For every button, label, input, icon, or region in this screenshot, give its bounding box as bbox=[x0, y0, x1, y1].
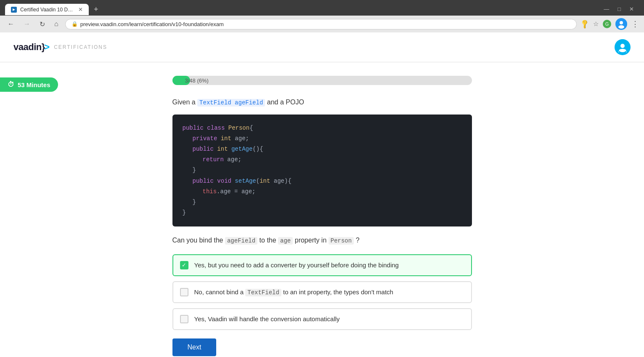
logo-gt-icon: > bbox=[44, 42, 50, 53]
main-content: 3/48 (6%) Given a TextField ageField and… bbox=[162, 62, 482, 357]
q-code2: age bbox=[278, 237, 293, 245]
answer-checkbox-1: ✓ bbox=[180, 261, 188, 269]
q-code1: ageField bbox=[225, 237, 257, 245]
question-text: Can you bind the ageField to the age pro… bbox=[172, 235, 472, 246]
forward-button[interactable]: → bbox=[21, 19, 33, 29]
progress-bar-container: 3/48 (6%) bbox=[172, 76, 472, 85]
intro-code1: TextField ageField bbox=[197, 99, 265, 107]
extensions-icon: G bbox=[603, 20, 611, 28]
answer-checkbox-2 bbox=[180, 288, 188, 296]
tab-title: Certified Vaadin 10 Developer E... bbox=[20, 7, 75, 13]
answer-option-1[interactable]: ✓ Yes, but you need to add a converter b… bbox=[172, 254, 472, 276]
reload-button[interactable]: ↻ bbox=[37, 19, 48, 29]
q-middle: to the bbox=[257, 237, 278, 244]
a2-suffix: to an int property, the types don't matc… bbox=[281, 288, 393, 296]
q-suffix2: ? bbox=[354, 237, 359, 244]
user-avatar[interactable] bbox=[615, 39, 631, 55]
window-close-button[interactable]: ✕ bbox=[629, 6, 634, 12]
key-icon: 🔑 bbox=[579, 19, 590, 29]
avatar-icon bbox=[617, 41, 628, 53]
timer-icon: ⏱ bbox=[8, 81, 14, 88]
logo-certifications-label: CERTIFICATIONS bbox=[54, 44, 107, 50]
bookmark-icon[interactable]: ☆ bbox=[593, 20, 599, 28]
svg-point-3 bbox=[620, 44, 625, 48]
answer-checkbox-3 bbox=[180, 315, 188, 323]
answer-option-2[interactable]: No, cannot bind a TextField to an int pr… bbox=[172, 281, 472, 303]
answer-label-3: Yes, Vaadin will handle the conversion a… bbox=[194, 315, 340, 322]
question-intro: Given a TextField ageField and a POJO bbox=[172, 97, 472, 108]
lock-icon: 🔒 bbox=[72, 21, 78, 27]
url-text: preview.vaadin.com/learn/certification/v… bbox=[80, 21, 224, 27]
progress-text: 3/48 (6%) bbox=[185, 77, 209, 84]
svg-marker-0 bbox=[13, 8, 15, 11]
tab-favicon bbox=[11, 7, 17, 13]
address-bar[interactable]: 🔒 preview.vaadin.com/learn/certification… bbox=[65, 19, 577, 29]
timer-badge: ⏱ 53 Minutes bbox=[0, 77, 58, 92]
window-minimize-button[interactable]: — bbox=[604, 6, 609, 12]
intro-suffix: and a POJO bbox=[265, 99, 304, 106]
window-restore-button[interactable]: □ bbox=[617, 6, 621, 12]
progress-dot bbox=[175, 77, 181, 83]
tab-close-button[interactable]: ✕ bbox=[78, 6, 83, 13]
page: vaadin } > CERTIFICATIONS ⏱ 53 Minutes 3… bbox=[0, 32, 644, 357]
logo-vaadin-text: vaadin bbox=[13, 42, 42, 53]
a2-prefix: No, cannot bind a bbox=[194, 288, 246, 296]
toolbar-icons: 🔑 ☆ G ⋮ bbox=[581, 18, 639, 30]
home-button[interactable]: ⌂ bbox=[52, 19, 61, 29]
next-button[interactable]: Next bbox=[172, 338, 217, 356]
svg-point-1 bbox=[620, 21, 623, 24]
answer-label-1: Yes, but you need to add a converter by … bbox=[194, 261, 399, 269]
svg-point-2 bbox=[618, 25, 624, 29]
code-block: public class Person{ private int age; pu… bbox=[172, 115, 472, 227]
back-button[interactable]: ← bbox=[5, 19, 17, 29]
answer-label-2: No, cannot bind a TextField to an int pr… bbox=[194, 288, 393, 296]
new-tab-button[interactable]: + bbox=[90, 3, 102, 16]
profile-avatar[interactable] bbox=[615, 18, 627, 30]
a2-code: TextField bbox=[245, 289, 281, 296]
intro-prefix: Given a bbox=[172, 99, 198, 106]
q-prefix: Can you bind the bbox=[172, 237, 225, 244]
menu-button[interactable]: ⋮ bbox=[631, 19, 639, 29]
timer-label: 53 Minutes bbox=[18, 81, 50, 88]
site-header: vaadin } > CERTIFICATIONS bbox=[0, 32, 644, 62]
answer-option-3[interactable]: Yes, Vaadin will handle the conversion a… bbox=[172, 308, 472, 330]
q-code3: Person bbox=[329, 237, 354, 245]
active-tab[interactable]: Certified Vaadin 10 Developer E... ✕ bbox=[5, 4, 89, 15]
browser-toolbar: ← → ↻ ⌂ 🔒 preview.vaadin.com/learn/certi… bbox=[0, 16, 644, 32]
q-suffix1: property in bbox=[293, 237, 328, 244]
site-logo: vaadin } > CERTIFICATIONS bbox=[13, 42, 107, 53]
